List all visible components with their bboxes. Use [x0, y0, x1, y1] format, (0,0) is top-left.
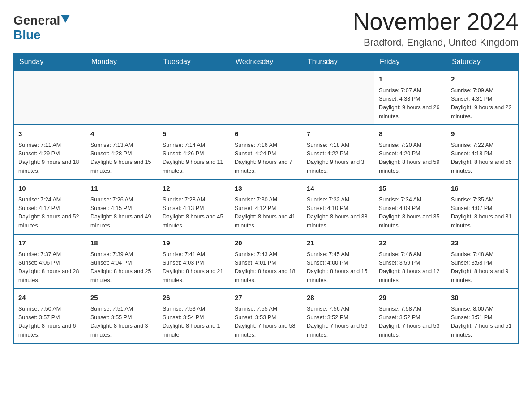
calendar-cell-w2-d5: 8Sunrise: 7:20 AM Sunset: 4:20 PM Daylig… [374, 125, 446, 180]
day-number: 12 [163, 184, 225, 194]
calendar-cell-w5-d0: 24Sunrise: 7:50 AM Sunset: 3:57 PM Dayli… [14, 289, 86, 343]
calendar-cell-w2-d1: 4Sunrise: 7:13 AM Sunset: 4:28 PM Daylig… [86, 125, 158, 180]
day-info: Sunrise: 7:50 AM Sunset: 3:57 PM Dayligh… [18, 305, 81, 340]
calendar-cell-w3-d3: 13Sunrise: 7:30 AM Sunset: 4:12 PM Dayli… [230, 180, 302, 234]
calendar-cell-w3-d5: 15Sunrise: 7:34 AM Sunset: 4:09 PM Dayli… [374, 180, 446, 234]
day-number: 28 [307, 293, 369, 303]
day-number: 10 [18, 184, 81, 194]
header: General Blue November 2024 Bradford, Eng… [13, 9, 519, 48]
logo: General Blue [13, 9, 70, 42]
calendar-table: SundayMondayTuesdayWednesdayThursdayFrid… [13, 53, 519, 344]
calendar-cell-w4-d4: 21Sunrise: 7:45 AM Sunset: 4:00 PM Dayli… [302, 234, 374, 289]
calendar-week-5: 24Sunrise: 7:50 AM Sunset: 3:57 PM Dayli… [14, 289, 519, 343]
calendar-cell-w4-d0: 17Sunrise: 7:37 AM Sunset: 4:06 PM Dayli… [14, 234, 86, 289]
day-number: 27 [235, 293, 297, 303]
calendar-cell-w4-d3: 20Sunrise: 7:43 AM Sunset: 4:01 PM Dayli… [230, 234, 302, 289]
day-info: Sunrise: 7:51 AM Sunset: 3:55 PM Dayligh… [90, 305, 153, 340]
calendar-cell-w1-d5: 1Sunrise: 7:07 AM Sunset: 4:33 PM Daylig… [374, 71, 446, 125]
day-number: 25 [90, 293, 153, 303]
calendar-cell-w1-d4 [302, 71, 374, 125]
calendar-cell-w4-d6: 23Sunrise: 7:48 AM Sunset: 3:58 PM Dayli… [446, 234, 519, 289]
day-number: 6 [235, 129, 297, 139]
calendar-cell-w4-d1: 18Sunrise: 7:39 AM Sunset: 4:04 PM Dayli… [86, 234, 158, 289]
weekday-header-monday: Monday [86, 53, 158, 71]
day-number: 30 [451, 293, 514, 303]
day-info: Sunrise: 8:00 AM Sunset: 3:51 PM Dayligh… [451, 305, 514, 340]
weekday-header-thursday: Thursday [302, 53, 374, 71]
calendar-cell-w2-d0: 3Sunrise: 7:11 AM Sunset: 4:29 PM Daylig… [14, 125, 86, 180]
calendar-cell-w3-d4: 14Sunrise: 7:32 AM Sunset: 4:10 PM Dayli… [302, 180, 374, 234]
day-info: Sunrise: 7:35 AM Sunset: 4:07 PM Dayligh… [451, 196, 514, 231]
day-info: Sunrise: 7:26 AM Sunset: 4:15 PM Dayligh… [90, 196, 153, 231]
calendar-cell-w5-d2: 26Sunrise: 7:53 AM Sunset: 3:54 PM Dayli… [158, 289, 230, 343]
day-info: Sunrise: 7:13 AM Sunset: 4:28 PM Dayligh… [90, 141, 153, 176]
day-info: Sunrise: 7:48 AM Sunset: 3:58 PM Dayligh… [451, 250, 514, 285]
day-info: Sunrise: 7:22 AM Sunset: 4:18 PM Dayligh… [451, 141, 514, 176]
day-info: Sunrise: 7:14 AM Sunset: 4:26 PM Dayligh… [163, 141, 225, 176]
calendar-week-3: 10Sunrise: 7:24 AM Sunset: 4:17 PM Dayli… [14, 180, 519, 234]
day-number: 4 [90, 129, 153, 139]
day-info: Sunrise: 7:56 AM Sunset: 3:52 PM Dayligh… [307, 305, 369, 340]
day-number: 17 [18, 238, 81, 248]
day-info: Sunrise: 7:32 AM Sunset: 4:10 PM Dayligh… [307, 196, 369, 231]
day-number: 22 [379, 238, 442, 248]
calendar-cell-w3-d1: 11Sunrise: 7:26 AM Sunset: 4:15 PM Dayli… [86, 180, 158, 234]
calendar-cell-w3-d6: 16Sunrise: 7:35 AM Sunset: 4:07 PM Dayli… [446, 180, 519, 234]
day-number: 9 [451, 129, 514, 139]
day-info: Sunrise: 7:46 AM Sunset: 3:59 PM Dayligh… [379, 250, 442, 285]
day-number: 2 [451, 74, 514, 85]
day-info: Sunrise: 7:24 AM Sunset: 4:17 PM Dayligh… [18, 196, 81, 231]
day-number: 29 [379, 293, 442, 303]
month-title: November 2024 [353, 9, 519, 34]
calendar-cell-w1-d6: 2Sunrise: 7:09 AM Sunset: 4:31 PM Daylig… [446, 71, 519, 125]
calendar-cell-w2-d6: 9Sunrise: 7:22 AM Sunset: 4:18 PM Daylig… [446, 125, 519, 180]
calendar-cell-w5-d5: 29Sunrise: 7:58 AM Sunset: 3:52 PM Dayli… [374, 289, 446, 343]
day-number: 5 [163, 129, 225, 139]
day-info: Sunrise: 7:43 AM Sunset: 4:01 PM Dayligh… [235, 250, 297, 285]
calendar-cell-w1-d1 [86, 71, 158, 125]
day-info: Sunrise: 7:18 AM Sunset: 4:22 PM Dayligh… [307, 141, 369, 176]
calendar-header: SundayMondayTuesdayWednesdayThursdayFrid… [14, 53, 519, 71]
day-info: Sunrise: 7:58 AM Sunset: 3:52 PM Dayligh… [379, 305, 442, 340]
logo-triangle-icon [61, 15, 70, 23]
day-info: Sunrise: 7:45 AM Sunset: 4:00 PM Dayligh… [307, 250, 369, 285]
day-info: Sunrise: 7:20 AM Sunset: 4:20 PM Dayligh… [379, 141, 442, 176]
logo-blue-text: Blue [13, 28, 41, 42]
calendar-cell-w1-d3 [230, 71, 302, 125]
day-number: 14 [307, 184, 369, 194]
weekday-header-wednesday: Wednesday [230, 53, 302, 71]
calendar-cell-w5-d3: 27Sunrise: 7:55 AM Sunset: 3:53 PM Dayli… [230, 289, 302, 343]
day-number: 15 [379, 184, 442, 194]
day-number: 19 [163, 238, 225, 248]
day-number: 16 [451, 184, 514, 194]
calendar-cell-w5-d4: 28Sunrise: 7:56 AM Sunset: 3:52 PM Dayli… [302, 289, 374, 343]
day-info: Sunrise: 7:37 AM Sunset: 4:06 PM Dayligh… [18, 250, 81, 285]
weekday-header-row: SundayMondayTuesdayWednesdayThursdayFrid… [14, 53, 519, 71]
day-number: 24 [18, 293, 81, 303]
weekday-header-tuesday: Tuesday [158, 53, 230, 71]
calendar-cell-w5-d6: 30Sunrise: 8:00 AM Sunset: 3:51 PM Dayli… [446, 289, 519, 343]
day-number: 13 [235, 184, 297, 194]
title-area: November 2024 Bradford, England, United … [353, 9, 519, 48]
calendar-body: 1Sunrise: 7:07 AM Sunset: 4:33 PM Daylig… [14, 71, 519, 344]
day-number: 18 [90, 238, 153, 248]
day-info: Sunrise: 7:28 AM Sunset: 4:13 PM Dayligh… [163, 196, 225, 231]
day-number: 1 [379, 74, 442, 85]
day-number: 7 [307, 129, 369, 139]
day-info: Sunrise: 7:41 AM Sunset: 4:03 PM Dayligh… [163, 250, 225, 285]
calendar-cell-w5-d1: 25Sunrise: 7:51 AM Sunset: 3:55 PM Dayli… [86, 289, 158, 343]
day-info: Sunrise: 7:30 AM Sunset: 4:12 PM Dayligh… [235, 196, 297, 231]
day-number: 8 [379, 129, 442, 139]
calendar-cell-w3-d0: 10Sunrise: 7:24 AM Sunset: 4:17 PM Dayli… [14, 180, 86, 234]
calendar-cell-w1-d2 [158, 71, 230, 125]
day-number: 21 [307, 238, 369, 248]
day-number: 26 [163, 293, 225, 303]
calendar-cell-w2-d2: 5Sunrise: 7:14 AM Sunset: 4:26 PM Daylig… [158, 125, 230, 180]
day-info: Sunrise: 7:55 AM Sunset: 3:53 PM Dayligh… [235, 305, 297, 340]
weekday-header-friday: Friday [374, 53, 446, 71]
day-number: 23 [451, 238, 514, 248]
day-info: Sunrise: 7:16 AM Sunset: 4:24 PM Dayligh… [235, 141, 297, 176]
calendar-cell-w4-d5: 22Sunrise: 7:46 AM Sunset: 3:59 PM Dayli… [374, 234, 446, 289]
calendar-cell-w1-d0 [14, 71, 86, 125]
day-info: Sunrise: 7:39 AM Sunset: 4:04 PM Dayligh… [90, 250, 153, 285]
